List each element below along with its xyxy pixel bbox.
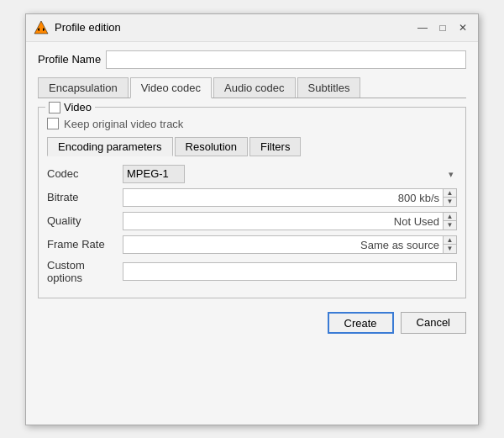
video-group-label: Video bbox=[45, 101, 95, 114]
bitrate-arrows: ▲ ▼ bbox=[443, 189, 456, 206]
custom-options-row: Custom options bbox=[47, 259, 457, 284]
codec-select[interactable]: MPEG-1 MPEG-2 MPEG-4 H.264 H.265 bbox=[123, 165, 185, 183]
quality-arrows: ▲ ▼ bbox=[443, 213, 456, 230]
profile-name-input[interactable] bbox=[106, 50, 466, 69]
bitrate-value: 800 kb/s bbox=[123, 189, 443, 206]
tab-encapsulation[interactable]: Encapsulation bbox=[38, 77, 129, 98]
svg-rect-2 bbox=[39, 28, 43, 32]
quality-value: Not Used bbox=[123, 213, 443, 230]
frame-rate-label: Frame Rate bbox=[47, 238, 123, 251]
custom-options-input[interactable] bbox=[123, 262, 457, 281]
codec-row: Codec MPEG-1 MPEG-2 MPEG-4 H.264 H.265 bbox=[47, 165, 457, 183]
sub-tab-filters[interactable]: Filters bbox=[249, 137, 301, 156]
sub-tab-encoding-parameters[interactable]: Encoding parameters bbox=[47, 137, 173, 156]
keep-original-label: Keep original video track bbox=[64, 118, 183, 130]
quality-down[interactable]: ▼ bbox=[444, 221, 456, 230]
frame-rate-up[interactable]: ▲ bbox=[444, 236, 456, 245]
bitrate-up[interactable]: ▲ bbox=[444, 189, 456, 198]
bitrate-label: Bitrate bbox=[47, 191, 123, 203]
main-tabs: Encapsulation Video codec Audio codec Su… bbox=[38, 77, 466, 98]
codec-label: Codec bbox=[47, 167, 123, 180]
bitrate-spin[interactable]: 800 kb/s ▲ ▼ bbox=[123, 188, 457, 207]
frame-rate-down[interactable]: ▼ bbox=[444, 245, 456, 253]
window-controls: — □ ✕ bbox=[414, 20, 471, 35]
tab-subtitles[interactable]: Subtitles bbox=[297, 77, 361, 98]
frame-rate-spin[interactable]: Same as source ▲ ▼ bbox=[123, 235, 457, 254]
frame-rate-row: Frame Rate Same as source ▲ ▼ bbox=[47, 235, 457, 254]
quality-up[interactable]: ▲ bbox=[444, 213, 456, 222]
bitrate-row: Bitrate 800 kb/s ▲ ▼ bbox=[47, 188, 457, 207]
profile-name-label: Profile Name bbox=[38, 53, 101, 66]
quality-spin[interactable]: Not Used ▲ ▼ bbox=[123, 212, 457, 230]
quality-row: Quality Not Used ▲ ▼ bbox=[47, 212, 457, 230]
frame-rate-value: Same as source bbox=[123, 236, 443, 253]
custom-options-label: Custom options bbox=[47, 259, 123, 284]
video-group: Video Keep original video track Encoding… bbox=[38, 107, 466, 298]
sub-tab-resolution[interactable]: Resolution bbox=[175, 137, 248, 156]
keep-original-checkbox[interactable] bbox=[47, 118, 59, 129]
keep-original-row: Keep original video track bbox=[47, 118, 457, 130]
codec-select-wrap: MPEG-1 MPEG-2 MPEG-4 H.264 H.265 bbox=[123, 165, 457, 183]
tab-audio-codec[interactable]: Audio codec bbox=[213, 77, 296, 98]
vlc-icon bbox=[33, 19, 50, 36]
window-content: Profile Name Encapsulation Video codec A… bbox=[26, 42, 478, 346]
close-button[interactable]: ✕ bbox=[454, 20, 471, 35]
bottom-buttons: Create Cancel bbox=[38, 312, 466, 334]
minimize-button[interactable]: — bbox=[414, 20, 431, 35]
quality-label: Quality bbox=[47, 214, 123, 227]
video-checkbox[interactable] bbox=[49, 102, 60, 113]
maximize-button[interactable]: □ bbox=[434, 20, 451, 35]
profile-edition-window: Profile edition — □ ✕ Profile Name Encap… bbox=[25, 13, 479, 425]
frame-rate-arrows: ▲ ▼ bbox=[443, 236, 456, 253]
window-title: Profile edition bbox=[55, 21, 409, 34]
create-button[interactable]: Create bbox=[328, 312, 394, 334]
profile-name-row: Profile Name bbox=[38, 50, 466, 69]
sub-tabs: Encoding parameters Resolution Filters bbox=[47, 137, 457, 156]
bitrate-down[interactable]: ▼ bbox=[444, 198, 456, 206]
cancel-button[interactable]: Cancel bbox=[401, 312, 466, 334]
tab-video-codec[interactable]: Video codec bbox=[130, 77, 212, 98]
title-bar: Profile edition — □ ✕ bbox=[26, 14, 478, 42]
